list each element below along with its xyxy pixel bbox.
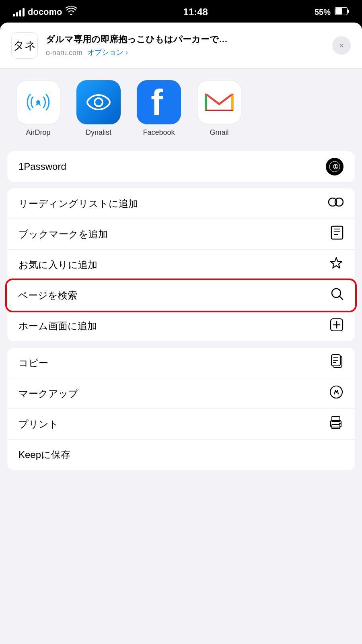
dynalist-label: Dynalist <box>86 128 111 137</box>
copy-icon <box>330 354 343 372</box>
app-item-airdrop[interactable]: AirDrop <box>8 80 68 137</box>
print-icon <box>328 416 343 432</box>
share-title: ダルマ専用の即席抱っこひもはパーカーで… <box>46 34 324 45</box>
find-in-page-label: ページを検索 <box>18 289 77 302</box>
add-home-icon <box>330 318 343 334</box>
svg-point-32 <box>339 423 341 424</box>
add-home-label: ホーム画面に追加 <box>19 320 97 332</box>
favorites-icon <box>329 256 343 273</box>
status-left: docomo <box>13 6 77 18</box>
carrier-label: docomo <box>28 7 62 17</box>
wifi-icon <box>66 6 77 18</box>
action-item-print[interactable]: プリント <box>7 409 355 440</box>
share-option[interactable]: オプション › <box>87 47 128 57</box>
action-item-bookmark[interactable]: ブックマークを追加 <box>7 219 355 250</box>
bookmark-icon <box>331 225 343 243</box>
reading-list-label: リーディングリストに追加 <box>19 197 138 210</box>
dynalist-icon <box>76 80 121 124</box>
markup-icon <box>329 385 343 402</box>
1password-icon: ① <box>326 158 343 175</box>
action-item-add-home[interactable]: ホーム画面に追加 <box>7 311 355 341</box>
svg-text:①: ① <box>333 163 338 170</box>
signal-bars <box>13 8 25 17</box>
svg-rect-14 <box>331 226 343 239</box>
status-right: 55% <box>315 7 349 17</box>
gmail-label: Gmail <box>210 128 228 137</box>
favorites-label: お気に入りに追加 <box>19 258 97 271</box>
action-item-markup[interactable]: マークアップ <box>7 378 355 409</box>
battery-icon <box>335 7 349 17</box>
app-item-facebook[interactable]: f Facebook <box>129 80 189 137</box>
markup-label: マークアップ <box>19 387 78 400</box>
gmail-icon <box>197 80 241 124</box>
bookmark-label: ブックマークを追加 <box>19 228 108 241</box>
action-item-favorites[interactable]: お気に入りに追加 <box>7 250 355 280</box>
app-item-gmail[interactable]: Gmail <box>189 80 249 137</box>
airdrop-label: AirDrop <box>26 128 50 137</box>
airdrop-icon <box>16 80 60 124</box>
close-icon: × <box>339 41 344 50</box>
status-time: 11:48 <box>183 6 208 18</box>
action-list-1password: 1Password ① <box>7 151 355 182</box>
status-bar: docomo 11:48 55% <box>0 0 362 23</box>
reading-list-icon <box>328 197 343 210</box>
action-list-tools: コピー マークアップ プリント <box>7 348 355 470</box>
find-in-page-icon <box>330 287 344 303</box>
main-content: タネ ダルマ専用の即席抱っこひもはパーカーで… o-naru.com オプション… <box>0 23 362 644</box>
action-list-main: リーディングリストに追加 ブックマークを追加 お気に入り <box>7 188 355 341</box>
share-info: ダルマ専用の即席抱っこひもはパーカーで… o-naru.com オプション › <box>46 34 324 58</box>
action-item-1password[interactable]: 1Password ① <box>7 151 355 182</box>
action-item-keep[interactable]: Keepに保存 <box>7 440 355 470</box>
share-header: タネ ダルマ専用の即席抱っこひもはパーカーで… o-naru.com オプション… <box>0 23 362 69</box>
copy-label: コピー <box>19 357 48 369</box>
action-item-find-in-page[interactable]: ページを検索 <box>7 280 355 311</box>
1password-label: 1Password <box>19 161 66 172</box>
svg-rect-1 <box>348 10 349 13</box>
share-url: o-naru.com <box>46 49 82 57</box>
apps-row: AirDrop Dynalist f Facebook <box>0 69 362 145</box>
app-item-dynalist[interactable]: Dynalist <box>68 80 129 137</box>
favicon-text: タネ <box>13 38 36 53</box>
svg-point-4 <box>95 98 103 106</box>
keep-label: Keepに保存 <box>19 448 70 461</box>
battery-percent: 55% <box>315 8 331 17</box>
action-item-reading-list[interactable]: リーディングリストに追加 <box>7 188 355 219</box>
facebook-icon: f <box>137 80 181 124</box>
facebook-label: Facebook <box>143 128 175 137</box>
action-item-copy[interactable]: コピー <box>7 348 355 378</box>
svg-line-19 <box>339 296 343 299</box>
share-close-button[interactable]: × <box>332 36 351 55</box>
svg-text:f: f <box>151 86 163 118</box>
svg-rect-2 <box>335 8 342 14</box>
share-favicon: タネ <box>11 32 38 59</box>
print-label: プリント <box>19 418 59 431</box>
